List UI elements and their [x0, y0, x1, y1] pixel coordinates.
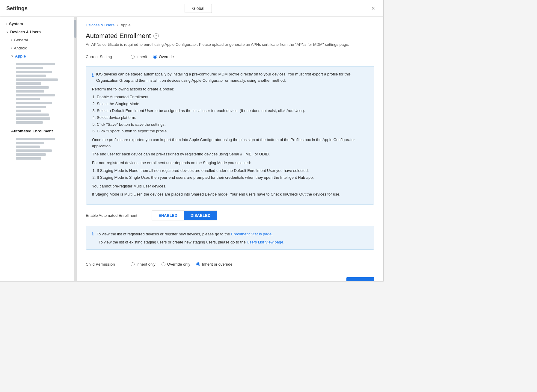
sidebar-bar-5[interactable]: [16, 78, 58, 81]
enabled-button[interactable]: ENABLED: [152, 211, 184, 220]
breadcrumb-current: Apple: [120, 23, 130, 27]
sidebar-bar-8[interactable]: [16, 90, 44, 93]
notice-box: ℹ To view the list of registered devices…: [86, 226, 374, 250]
sidebar-bar-16[interactable]: [16, 121, 43, 124]
sidebar-item-general[interactable]: › General: [0, 36, 76, 44]
breadcrumb-separator: ›: [117, 23, 118, 27]
sidebar: › System ∨ Devices & Users › General › A…: [0, 17, 77, 281]
save-button[interactable]: SAVE: [346, 277, 374, 281]
sidebar-bar-18[interactable]: [16, 142, 44, 144]
info-staging-list: If Staging Mode is None, then all non-re…: [97, 168, 368, 181]
inherit-label: Inherit: [136, 55, 147, 59]
sidebar-bar-6[interactable]: [16, 82, 41, 85]
sidebar-bar-2[interactable]: [16, 67, 43, 69]
sidebar-item-devices-users[interactable]: ∨ Devices & Users: [0, 28, 76, 36]
child-permission-radio-group: Inherit only Override only Inherit or ov…: [131, 262, 233, 267]
info-steps-header: Perform the following actions to create …: [92, 86, 368, 93]
global-button[interactable]: Global: [185, 4, 212, 13]
page-subtitle: An APNs certificate is required to enrol…: [86, 42, 374, 47]
breadcrumb: Devices & Users › Apple: [86, 23, 374, 27]
sidebar-apple-label: Apple: [15, 54, 26, 58]
sidebar-automated-enrollment-label: Automated Enrollment: [11, 129, 53, 133]
page-title-text: Automated Enrollment: [86, 32, 151, 40]
sidebar-bar-22[interactable]: [16, 157, 41, 160]
breadcrumb-parent[interactable]: Devices & Users: [86, 23, 114, 27]
info-steps-list: Enable Automated Enrollment. Select the …: [97, 94, 368, 134]
enable-row: Enable Automated Enrollment ENABLED DISA…: [86, 211, 374, 220]
info-staging-1: If Staging Mode is None, then all non-re…: [97, 168, 368, 174]
sidebar-item-system[interactable]: › System: [0, 20, 76, 28]
sidebar-bar-19[interactable]: [16, 146, 40, 148]
chevron-right-icon-android: ›: [11, 46, 12, 50]
sidebar-scroll-thumb[interactable]: [74, 20, 76, 38]
override-only-radio[interactable]: [162, 262, 165, 266]
notice-line-1: ℹ To view the list of registered devices…: [92, 230, 368, 237]
info-step-3: Select a Default Enrollment User to be a…: [97, 108, 368, 114]
current-setting-row: Current Setting Inherit Override: [86, 53, 374, 61]
enrollment-status-link[interactable]: Enrollment Status page.: [231, 232, 273, 236]
sidebar-bar-1[interactable]: [16, 63, 55, 65]
sidebar-bar-14[interactable]: [16, 113, 49, 116]
child-permission-label: Child Permission: [86, 262, 122, 267]
close-button[interactable]: ×: [369, 4, 377, 13]
app-window: Settings Global × › System ∨ Devices & U…: [0, 0, 384, 281]
info-step-6: Click "Export" button to export the prof…: [97, 128, 368, 134]
info-step-1: Enable Automated Enrollment.: [97, 94, 368, 100]
override-label: Override: [159, 55, 174, 59]
notice-info-icon: ℹ: [92, 231, 94, 236]
inherit-or-override-label: Inherit or override: [202, 262, 233, 267]
info-para5: You cannot pre-register Multi User devic…: [92, 183, 368, 190]
inherit-only-radio[interactable]: [131, 262, 135, 266]
app-title: Settings: [6, 5, 28, 12]
main-content: Devices & Users › Apple Automated Enroll…: [77, 17, 383, 281]
app-header: Settings Global ×: [0, 0, 383, 17]
sidebar-bar-15[interactable]: [16, 117, 50, 120]
info-box-intro: iOS devices can be staged automatically …: [96, 71, 368, 84]
sidebar-bar-20[interactable]: [16, 149, 52, 152]
info-para4: For non-registered devices, the enrollme…: [92, 160, 368, 166]
save-area: SAVE: [86, 273, 374, 281]
inherit-only-option[interactable]: Inherit only: [131, 262, 156, 267]
sidebar-bar-11[interactable]: [16, 102, 52, 104]
sidebar-bar-9[interactable]: [16, 94, 55, 96]
child-permission-row: Child Permission Inherit only Override o…: [86, 262, 374, 267]
sidebar-item-apple[interactable]: ∨ Apple: [0, 52, 76, 60]
override-only-option[interactable]: Override only: [162, 262, 190, 267]
users-list-link[interactable]: Users List View page.: [247, 240, 284, 244]
sidebar-bar-17[interactable]: [16, 138, 55, 140]
sidebar-android-label: Android: [14, 46, 27, 50]
chevron-right-icon: ›: [6, 22, 7, 25]
sidebar-item-automated-enrollment[interactable]: Automated Enrollment: [0, 126, 76, 135]
override-radio[interactable]: [153, 55, 157, 59]
info-icon: ℹ: [92, 72, 94, 79]
sidebar-bar-12[interactable]: [16, 106, 46, 108]
sidebar-scrollbar[interactable]: [74, 17, 76, 281]
current-setting-radio-group: Inherit Override: [131, 55, 174, 59]
sidebar-bar-13[interactable]: [16, 110, 41, 112]
override-option[interactable]: Override: [153, 55, 174, 59]
sidebar-bar-7[interactable]: [16, 86, 49, 89]
sidebar-bar-4[interactable]: [16, 75, 46, 77]
enable-label: Enable Automated Enrollment: [86, 213, 146, 218]
inherit-or-override-radio[interactable]: [196, 262, 200, 266]
sidebar-more-bars: [0, 135, 76, 162]
sidebar-bar-3[interactable]: [16, 71, 52, 73]
enable-toggle-group: ENABLED DISABLED: [152, 211, 217, 220]
inherit-or-override-option[interactable]: Inherit or override: [196, 262, 233, 267]
disabled-button[interactable]: DISABLED: [184, 211, 217, 220]
inherit-option[interactable]: Inherit: [131, 55, 147, 59]
chevron-down-icon: ∨: [6, 30, 8, 34]
main-layout: › System ∨ Devices & Users › General › A…: [0, 17, 383, 281]
inherit-radio[interactable]: [131, 55, 135, 59]
sidebar-item-android[interactable]: › Android: [0, 44, 76, 52]
sidebar-bar-21[interactable]: [16, 153, 46, 156]
info-staging-2: If Staging Mode is Single User, then you…: [97, 175, 368, 181]
help-icon[interactable]: ?: [153, 33, 159, 39]
current-setting-label: Current Setting: [86, 55, 122, 59]
notice-line-2: To view the list of existing staging use…: [92, 239, 368, 246]
info-step-5: Click "Save" button to save the settings…: [97, 122, 368, 128]
sidebar-system-label: System: [9, 22, 23, 26]
info-para3: The end user for each device can be pre-…: [92, 151, 368, 158]
sidebar-bar-10[interactable]: [16, 98, 40, 100]
chevron-right-icon-general: ›: [11, 38, 12, 42]
